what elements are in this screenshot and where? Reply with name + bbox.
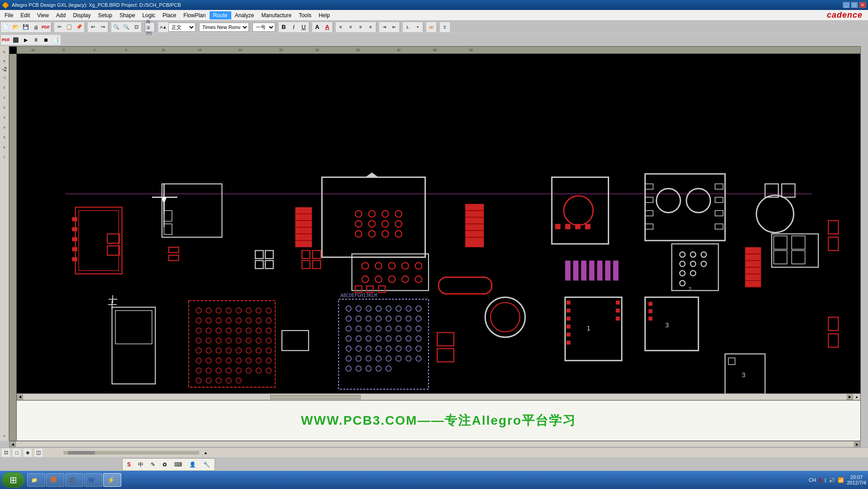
status-icon4[interactable]: ◫ [34,449,43,457]
menu-place[interactable]: Place [159,11,180,19]
copy-button[interactable]: 📋 [64,22,74,32]
new-button[interactable]: 📄 [1,22,11,32]
ime-s-btn[interactable]: S [124,460,134,469]
h-scroll-right[interactable]: ▶ [854,441,860,447]
align-right-button[interactable]: ≡ [356,22,366,32]
menu-setup[interactable]: Setup [95,11,116,19]
ime-tools-btn[interactable]: 🔧 [200,460,213,469]
scroll-left-btn[interactable]: ◀ [17,394,23,400]
font-size-select[interactable]: 一号 [253,23,275,32]
left-tool-plus[interactable]: + [0,432,9,440]
menu-manufacture[interactable]: Manufacture [258,11,295,19]
pdf-button[interactable]: PDF [41,22,51,32]
ime-keyboard-btn[interactable]: ⌨ [172,460,185,469]
menu-edit[interactable]: Edit [17,11,33,19]
menu-logic[interactable]: Logic [139,11,159,19]
status-icon2[interactable]: □ [13,449,21,457]
taskbar-sogou[interactable]: 搜 [46,473,64,487]
h-scroll-track[interactable] [23,395,847,399]
left-tool-1[interactable]: ↖ [0,48,9,56]
align-justify-button[interactable]: ≡ [366,22,376,32]
scroll-thumb-h[interactable] [68,451,95,455]
font-name-select[interactable]: Times New Roma [199,23,249,32]
svg-rect-209 [567,340,571,345]
bold-button[interactable]: B [279,22,289,32]
tb2-btn3[interactable]: ▶ [21,35,31,45]
menu-shape[interactable]: Shape [116,11,139,19]
font-color-A2-button[interactable]: A [322,22,332,32]
ol-button[interactable]: 1. [403,22,413,32]
undo-button[interactable]: ↩ [88,22,98,32]
status-icon3[interactable]: ◈ [24,449,32,457]
tb2-btn4[interactable]: ⏸ [31,35,41,45]
menu-file[interactable]: File [1,11,17,19]
menu-analyze[interactable]: Analyze [231,11,258,19]
menu-add[interactable]: Add [52,11,69,19]
outdent-button[interactable]: ⇤ [389,22,399,32]
menu-view[interactable]: View [33,11,52,19]
ime-luna-btn[interactable]: ✿ [160,460,170,469]
status-icon1[interactable]: ⊡ [2,449,10,457]
read-button[interactable]: 阅读(R) [145,22,155,32]
left-tool-2[interactable]: ▼ [0,57,9,65]
ime-ch-indicator[interactable]: CH [809,477,816,483]
taskbar-explorer[interactable]: 📁 [27,473,45,487]
taskbar-audio[interactable]: 🎧 [65,473,83,487]
tb2-btn6[interactable]: 📑 [51,35,61,45]
ime-s-indicator[interactable]: S [819,477,822,483]
menu-tools[interactable]: Tools [295,11,315,19]
svg-rect-212 [616,316,620,321]
underline-button[interactable]: U [299,22,309,32]
h-scroll-track2[interactable] [16,442,854,446]
network-icon[interactable]: 📶 [838,477,844,483]
open-button[interactable]: 📂 [11,22,21,32]
speaker-icon[interactable]: 🔊 [829,477,835,483]
h-scrollbar[interactable]: ◀ ▶ ▲ [17,393,860,400]
zoom-in-button[interactable]: 🔍 [111,22,121,32]
scroll-track-h[interactable] [63,451,199,455]
align-center-button[interactable]: ≡ [346,22,356,32]
minimize-button[interactable]: _ [843,2,850,8]
taskbar-allegro[interactable]: ⚡ [103,473,121,487]
ime-user-btn[interactable]: 👤 [186,460,199,469]
ime-zh-btn[interactable]: 中 [135,460,146,470]
left-toolbar: ↖ ▼ -2 -1 0 1 2 3 4 5 6 7 + [0,46,9,441]
tb2-btn2[interactable]: ⬛ [11,35,21,45]
ul-button[interactable]: • [413,22,423,32]
zoom-out-button[interactable]: 🔍 [121,22,131,32]
menu-route[interactable]: Route [210,11,231,19]
ime-write-btn[interactable]: ✎ [148,460,158,469]
italic-button[interactable]: I [289,22,299,32]
save-button[interactable]: 💾 [21,22,31,32]
insert-button[interactable]: Σ [440,22,450,32]
menu-display[interactable]: Display [69,11,94,19]
align-left-button[interactable]: ≡ [336,22,346,32]
h-scroll-thumb[interactable] [270,395,361,399]
text-style-select[interactable]: 正文 [168,23,196,32]
print-button[interactable]: 🖨 [31,22,41,32]
zoom-fit-button[interactable]: ⊡ [131,22,141,32]
bottom-scrollbar[interactable]: ◀ ▶ [9,441,861,447]
tb2-btn5[interactable]: ⏹ [41,35,51,45]
paste-button[interactable]: 📌 [74,22,84,32]
pcb-canvas-area[interactable]: -10 -5 0 5 10 15 20 25 30 35 40 45 50 [9,46,861,441]
font-color-A-button[interactable]: A [312,22,322,32]
close-button[interactable]: ✕ [859,2,866,8]
indent-button[interactable]: ⇥ [379,22,389,32]
title-bar-controls[interactable]: _ □ ✕ [843,2,866,8]
tb2-btn1[interactable]: PDF [1,35,11,45]
font-larger-button[interactable]: A▲ [158,22,168,32]
menu-help[interactable]: Help [315,11,334,19]
taskbar-word[interactable]: W [84,473,102,487]
left-ruler-label9: 6 [4,146,5,155]
highlight-button[interactable]: ab [426,22,436,32]
h-scroll-left[interactable]: ◀ [10,441,16,447]
redo-button[interactable]: ↪ [98,22,108,32]
menu-flowplan[interactable]: FlowPlan [180,11,209,19]
pcb-visualization: ABCDEFGHIJKLM 1 3 [17,54,860,441]
title-text: Allegro PCB Design GXL (legacy): Xg_PCB.… [12,2,181,8]
maximize-button[interactable]: □ [851,2,858,8]
scroll-right-btn[interactable]: ▶ [847,394,853,400]
start-button[interactable]: ⊞ [2,472,24,488]
cut-button[interactable]: ✂ [54,22,64,32]
